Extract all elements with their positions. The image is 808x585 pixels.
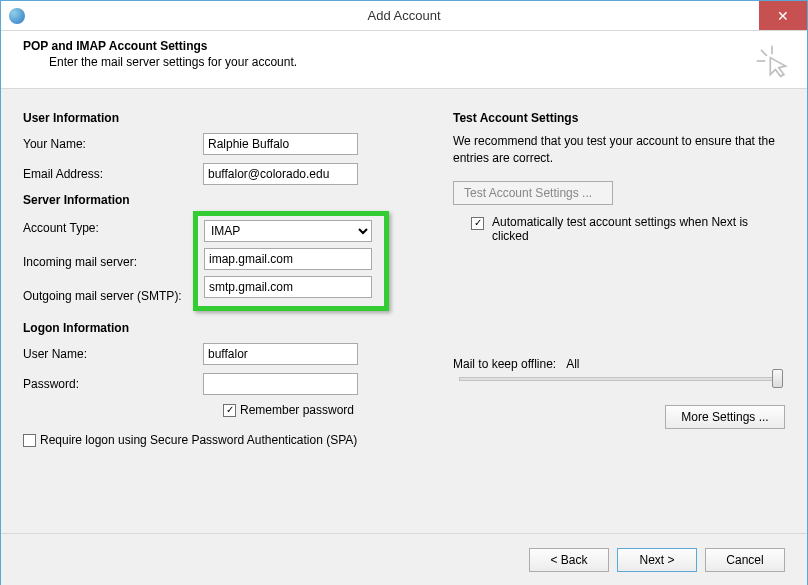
wizard-footer: < Back Next > Cancel bbox=[23, 548, 785, 572]
outgoing-server-input[interactable] bbox=[204, 276, 372, 298]
server-highlight-box: IMAP bbox=[193, 211, 389, 311]
incoming-server-input[interactable] bbox=[204, 248, 372, 270]
spa-checkbox[interactable] bbox=[23, 434, 36, 447]
label-email: Email Address: bbox=[23, 167, 203, 181]
label-password: Password: bbox=[23, 377, 203, 391]
label-remember: Remember password bbox=[240, 403, 354, 417]
titlebar: Add Account ✕ bbox=[1, 1, 807, 31]
label-mail-keep: Mail to keep offline: bbox=[453, 357, 556, 371]
cancel-button[interactable]: Cancel bbox=[705, 548, 785, 572]
slider-thumb[interactable] bbox=[772, 369, 783, 388]
wizard-subtitle: Enter the mail server settings for your … bbox=[49, 55, 785, 69]
label-auto-test: Automatically test account settings when… bbox=[492, 215, 772, 243]
back-button[interactable]: < Back bbox=[529, 548, 609, 572]
label-your-name: Your Name: bbox=[23, 137, 203, 151]
email-input[interactable] bbox=[203, 163, 358, 185]
close-icon: ✕ bbox=[777, 8, 789, 24]
wizard-body: User Information Your Name: Email Addres… bbox=[1, 89, 807, 585]
wizard-header: POP and IMAP Account Settings Enter the … bbox=[1, 31, 807, 89]
wizard-cursor-icon bbox=[755, 41, 789, 81]
label-user-name: User Name: bbox=[23, 347, 203, 361]
mail-keep-value: All bbox=[566, 357, 579, 371]
remember-password-checkbox[interactable] bbox=[223, 404, 236, 417]
section-server-info: Server Information bbox=[23, 193, 423, 207]
account-type-select[interactable]: IMAP bbox=[204, 220, 372, 242]
window-title: Add Account bbox=[1, 8, 807, 23]
label-incoming: Incoming mail server: bbox=[23, 255, 199, 269]
test-description: We recommend that you test your account … bbox=[453, 133, 785, 167]
app-icon bbox=[9, 8, 25, 24]
test-account-button[interactable]: Test Account Settings ... bbox=[453, 181, 613, 205]
right-column: Test Account Settings We recommend that … bbox=[423, 107, 785, 533]
label-outgoing: Outgoing mail server (SMTP): bbox=[23, 289, 199, 303]
section-user-info: User Information bbox=[23, 111, 423, 125]
auto-test-checkbox[interactable] bbox=[471, 217, 484, 230]
svg-line-2 bbox=[761, 50, 767, 56]
more-settings-button[interactable]: More Settings ... bbox=[665, 405, 785, 429]
wizard-title: POP and IMAP Account Settings bbox=[23, 39, 785, 53]
section-logon-info: Logon Information bbox=[23, 321, 423, 335]
user-name-input[interactable] bbox=[203, 343, 358, 365]
your-name-input[interactable] bbox=[203, 133, 358, 155]
section-test-settings: Test Account Settings bbox=[453, 111, 785, 125]
close-button[interactable]: ✕ bbox=[759, 1, 807, 30]
label-account-type: Account Type: bbox=[23, 221, 199, 235]
password-input[interactable] bbox=[203, 373, 358, 395]
footer-separator bbox=[1, 533, 807, 534]
left-column: User Information Your Name: Email Addres… bbox=[23, 107, 423, 533]
next-button[interactable]: Next > bbox=[617, 548, 697, 572]
label-spa: Require logon using Secure Password Auth… bbox=[40, 433, 357, 447]
add-account-dialog: Add Account ✕ POP and IMAP Account Setti… bbox=[0, 0, 808, 585]
mail-keep-slider[interactable] bbox=[459, 377, 779, 381]
